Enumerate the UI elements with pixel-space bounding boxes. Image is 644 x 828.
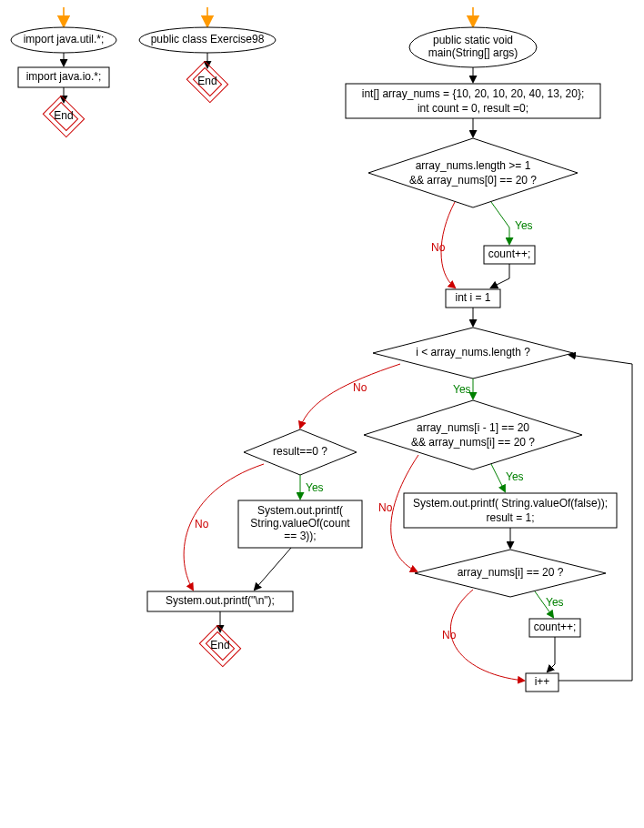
flow3-eq20-yes-label: Yes	[546, 596, 564, 609]
flow3-cond1-node	[368, 138, 578, 207]
flow3-init-l2: int count = 0, result =0;	[418, 102, 528, 115]
flow1-start-label: import java.util.*;	[24, 33, 105, 45]
flow3-countpp-label: count++;	[488, 247, 531, 260]
flow3-loop-no-arrow	[300, 364, 400, 428]
flow2-end-node: End	[186, 61, 227, 102]
flow3-start-l1: public static void	[433, 34, 513, 46]
flow3-printcount-l2: String.valueOf(count	[250, 517, 350, 530]
flow3-printfalse-l1: System.out.printf( String.valueOf(false)…	[413, 497, 608, 510]
flow3-start-l2: main(String[] args)	[428, 46, 518, 59]
flow3-cond1-yes-label: Yes	[515, 219, 533, 232]
flow3-loop-yes-label: Yes	[453, 383, 471, 396]
flow3-pair-yes-arrow	[491, 464, 505, 491]
flow3-arrow-e	[255, 548, 291, 590]
flow3-printnl-label: System.out.printf("\n");	[166, 594, 275, 607]
flow2-end-label: End	[197, 75, 216, 87]
flow3-result-yes-label: Yes	[306, 481, 324, 494]
flow3-paircond-node	[364, 400, 582, 470]
flow3-cond1-l1: array_nums.length >= 1	[416, 159, 531, 172]
flow3-cond1-l2: && array_nums[0] == 20 ?	[409, 174, 537, 187]
flow3-eq20-no-arrow	[450, 590, 524, 681]
flowchart-canvas: import java.util.*; import java.io.*; En…	[0, 0, 644, 828]
flow3-arrow-c	[491, 264, 509, 288]
flow3-end-label: End	[210, 639, 229, 651]
flow3-loopcond-label: i < array_nums.length ?	[416, 346, 530, 358]
flow3-ipp-label: i++	[535, 675, 550, 688]
flow3-init-l1: int[] array_nums = {10, 20, 10, 20, 40, …	[362, 87, 585, 100]
flow3-paircond-l2: && array_nums[i] == 20 ?	[411, 436, 535, 449]
flow3-printcount-l3: == 3));	[284, 530, 316, 542]
flow2-start-label: public class Exercise98	[151, 33, 265, 45]
flow3-arrow-h	[548, 637, 555, 671]
flow3-eq20cond-label: array_nums[i] == 20 ?	[458, 566, 564, 579]
flow3-cond1-yes-arrow	[491, 202, 509, 244]
flow3-printcount-l1: System.out.printf(	[257, 504, 343, 517]
flow1-end-node: End	[43, 96, 84, 136]
flow3-initi-label: int i = 1	[455, 291, 490, 304]
flow3-end-node: End	[199, 625, 240, 666]
flow3-printfalse-l2: result = 1;	[486, 511, 534, 524]
flow3-pair-no-label: No	[378, 501, 393, 514]
flow3-pair-yes-label: Yes	[506, 470, 524, 483]
flow3-result-no-label: No	[195, 518, 209, 530]
flow1-step1-label: import java.io.*;	[26, 70, 102, 83]
flow3-paircond-l1: array_nums[i - 1] == 20	[417, 421, 529, 434]
flow3-eq20-no-label: No	[442, 629, 457, 641]
flow3-resultcond-label: result==0 ?	[273, 445, 327, 458]
flow3-loop-no-label: No	[353, 381, 367, 394]
flow1-end-label: End	[54, 109, 73, 122]
flow3-count2-label: count++;	[534, 621, 577, 633]
flow3-cond1-no-label: No	[431, 241, 446, 254]
